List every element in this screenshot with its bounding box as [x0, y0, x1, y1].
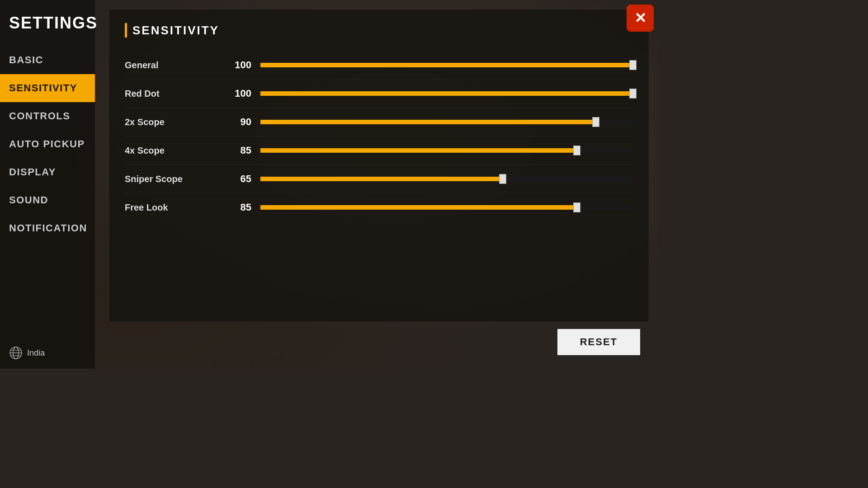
sidebar-item-sound[interactable]: SOUND: [0, 186, 95, 214]
slider-row-4x-scope: 4x Scope85: [125, 136, 633, 165]
slider-fill-free-look: [260, 205, 577, 210]
close-button[interactable]: ✕: [627, 5, 654, 32]
slider-value-general: 100: [224, 59, 251, 71]
slider-row-sniper-scope: Sniper Scope65: [125, 165, 633, 193]
close-icon: ✕: [634, 11, 646, 25]
sidebar-item-sensitivity[interactable]: SENSITIVITY: [0, 74, 95, 102]
sidebar: SETTINGS BASICSENSITIVITYCONTROLSAUTO PI…: [0, 0, 95, 369]
slider-label-free-look: Free Look: [125, 202, 215, 213]
slider-track-red-dot[interactable]: [260, 91, 633, 96]
bottom-bar: RESET: [108, 322, 649, 360]
slider-label-2x-scope: 2x Scope: [125, 117, 215, 127]
slider-label-4x-scope: 4x Scope: [125, 145, 215, 156]
slider-value-red-dot: 100: [224, 88, 251, 99]
slider-track-sniper-scope[interactable]: [260, 177, 633, 181]
slider-thumb-free-look[interactable]: [573, 202, 580, 212]
slider-row-general: General100: [125, 51, 633, 80]
slider-row-2x-scope: 2x Scope90: [125, 108, 633, 136]
main-content: SENSITIVITY General100Red Dot1002x Scope…: [95, 0, 658, 369]
sidebar-item-controls[interactable]: CONTROLS: [0, 102, 95, 130]
slider-row-red-dot: Red Dot100: [125, 80, 633, 108]
slider-track-free-look[interactable]: [260, 205, 633, 210]
slider-value-2x-scope: 90: [224, 116, 251, 128]
slider-value-free-look: 85: [224, 202, 251, 213]
slider-fill-sniper-scope: [260, 177, 503, 181]
sidebar-item-auto-pickup[interactable]: AUTO PICKUP: [0, 130, 95, 158]
section-title: SENSITIVITY: [132, 23, 219, 38]
slider-thumb-4x-scope[interactable]: [573, 145, 580, 155]
slider-fill-4x-scope: [260, 148, 577, 153]
section-accent: [125, 23, 127, 38]
sidebar-item-basic[interactable]: BASIC: [0, 46, 95, 74]
sidebar-item-notification[interactable]: NOTIFICATION: [0, 214, 95, 242]
reset-button[interactable]: RESET: [557, 329, 640, 355]
section-header: SENSITIVITY: [125, 23, 633, 38]
slider-thumb-sniper-scope[interactable]: [499, 174, 506, 184]
region-label: India: [27, 348, 45, 358]
slider-label-general: General: [125, 60, 215, 70]
slider-fill-2x-scope: [260, 120, 596, 124]
slider-thumb-2x-scope[interactable]: [592, 117, 599, 127]
slider-track-general[interactable]: [260, 63, 633, 67]
sidebar-item-display[interactable]: DISPLAY: [0, 158, 95, 186]
slider-label-sniper-scope: Sniper Scope: [125, 174, 215, 184]
slider-row-free-look: Free Look85: [125, 193, 633, 221]
region-info: India: [0, 337, 95, 369]
settings-title: SETTINGS: [0, 5, 95, 46]
slider-fill-red-dot: [260, 91, 633, 96]
slider-thumb-red-dot[interactable]: [629, 89, 637, 99]
slider-track-2x-scope[interactable]: [260, 120, 633, 124]
slider-value-4x-scope: 85: [224, 145, 251, 156]
slider-thumb-general[interactable]: [629, 60, 637, 70]
slider-label-red-dot: Red Dot: [125, 89, 215, 99]
slider-fill-general: [260, 63, 633, 67]
slider-track-4x-scope[interactable]: [260, 148, 633, 153]
slider-value-sniper-scope: 65: [224, 173, 251, 185]
settings-panel: SENSITIVITY General100Red Dot1002x Scope…: [108, 9, 649, 322]
globe-icon: [9, 346, 23, 360]
sliders-container: General100Red Dot1002x Scope904x Scope85…: [125, 51, 633, 221]
